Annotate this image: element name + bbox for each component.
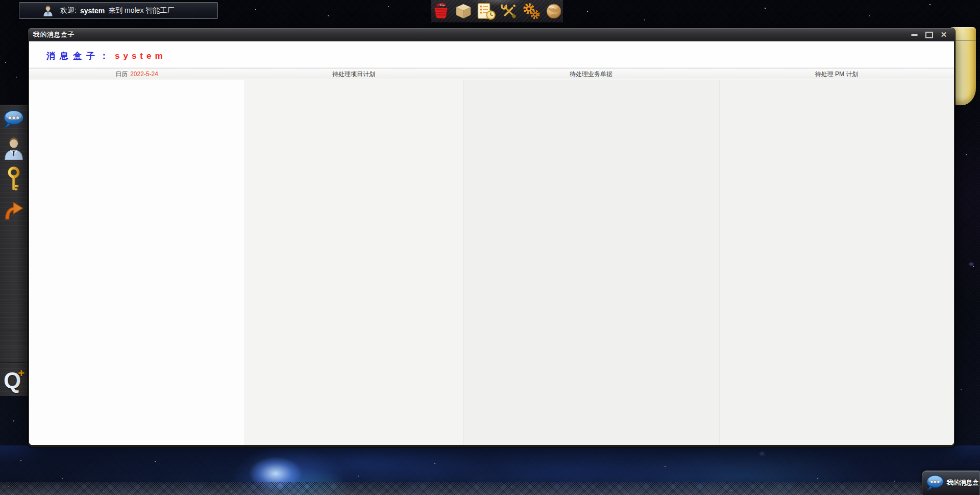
- tools-icon[interactable]: [499, 2, 518, 21]
- calendar-column-body: [29, 80, 244, 445]
- taskbar-floor-strip: [0, 482, 980, 495]
- package-box-icon[interactable]: [454, 2, 473, 21]
- column-header-row: 日历 2022-5-24 待处理项目计划 待处理业务单据 待处理 PM 计划: [29, 68, 954, 80]
- welcome-bar: 欢迎: system 来到 molex 智能工厂: [19, 2, 218, 19]
- pm-plans-column-body: [719, 80, 954, 445]
- column-header-pending-pm-plans: 待处理 PM 计划: [719, 68, 954, 80]
- minimize-button[interactable]: [910, 31, 918, 39]
- q-plus-logo: Q+: [0, 367, 28, 392]
- page-title: 消息盒子：system: [46, 50, 166, 62]
- window-titlebar: 我的消息盒子 ✕: [28, 28, 955, 41]
- project-plans-column-body: [244, 80, 463, 445]
- page-title-label: 消息盒子：: [46, 51, 113, 61]
- welcome-suffix: 来到 molex 智能工厂: [108, 6, 174, 15]
- exit-arrow-icon[interactable]: [2, 200, 26, 220]
- schedule-report-icon[interactable]: [476, 2, 496, 21]
- window-title: 我的消息盒子: [33, 31, 75, 39]
- page-title-username: system: [115, 51, 166, 61]
- header-separator: [29, 67, 954, 67]
- tray-message-box-item[interactable]: 我的消息盒: [922, 470, 980, 495]
- close-button[interactable]: ✕: [940, 31, 948, 39]
- sidebar-divider: [0, 362, 28, 363]
- column-bodies: [29, 80, 954, 445]
- welcome-prefix: 欢迎:: [60, 6, 77, 15]
- password-key-icon[interactable]: [5, 167, 22, 193]
- column-header-calendar: 日历 2022-5-24: [29, 68, 244, 80]
- sidebar-dock: Q+: [0, 105, 28, 396]
- top-toolbar: [431, 0, 563, 23]
- user-icon[interactable]: [3, 136, 24, 160]
- welcome-username: system: [80, 7, 105, 15]
- tray-item-label: 我的消息盒: [947, 479, 979, 487]
- stars-decoration: [0, 0, 1, 1]
- messages-icon[interactable]: [2, 109, 26, 130]
- globe-icon[interactable]: [544, 2, 563, 21]
- sidebar-divider: [0, 330, 28, 331]
- business-documents-column-body: [463, 80, 719, 445]
- window-content: 消息盒子：system 日历 2022-5-24 待处理项目计划 待处理业务单据…: [29, 41, 954, 445]
- calendar-date: 2022-5-24: [130, 70, 158, 78]
- sidebar-divider: [0, 347, 28, 347]
- maximize-button[interactable]: [925, 31, 933, 39]
- column-header-pending-business-documents: 待处理业务单据: [463, 68, 719, 80]
- gears-icon[interactable]: [522, 2, 541, 21]
- red-basket-icon[interactable]: [431, 2, 450, 21]
- user-bust-icon: [43, 5, 53, 16]
- message-box-window: 我的消息盒子 ✕ 消息盒子：system 日历 2022-5-24 待处理项目计…: [28, 28, 955, 447]
- tray-messages-icon: [925, 474, 945, 492]
- column-header-pending-project-plans: 待处理项目计划: [244, 68, 463, 80]
